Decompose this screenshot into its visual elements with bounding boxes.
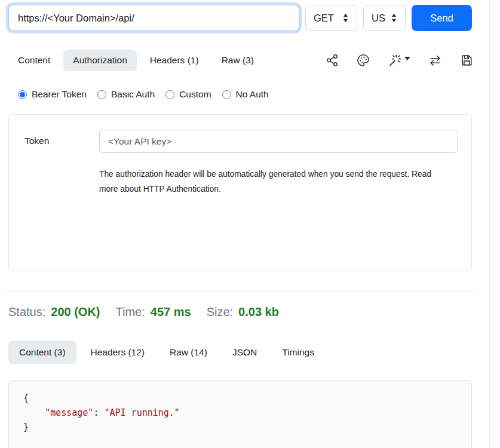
- location-select-value: US: [372, 13, 385, 24]
- status-value: 200 (OK): [51, 305, 100, 319]
- tab-raw[interactable]: Raw (3): [212, 50, 263, 71]
- auth-help-text: The authorization header will be automat…: [99, 167, 449, 197]
- auth-option-label: No Auth: [236, 89, 269, 100]
- time-value: 457 ms: [151, 305, 191, 319]
- tab-response-json[interactable]: JSON: [222, 340, 268, 364]
- location-select[interactable]: US: [363, 5, 406, 31]
- token-panel: Token The authorization header will be a…: [8, 114, 472, 271]
- auth-option-label: Custom: [179, 89, 211, 100]
- tab-content[interactable]: Content: [8, 50, 60, 71]
- json-open-brace: {: [23, 392, 29, 403]
- share-icon[interactable]: [326, 54, 339, 67]
- chevron-down-icon: [404, 57, 410, 60]
- tab-authorization[interactable]: Authorization: [63, 50, 136, 71]
- palette-icon[interactable]: [357, 54, 370, 67]
- status-pair: Status: 200 (OK): [8, 305, 100, 319]
- send-button[interactable]: Send: [412, 5, 472, 31]
- tab-response-raw[interactable]: Raw (14): [159, 340, 218, 364]
- select-updown-icon: [342, 13, 349, 23]
- auth-option-no-auth[interactable]: No Auth: [222, 89, 269, 100]
- auth-option-bearer[interactable]: Bearer Token: [18, 89, 87, 100]
- select-updown-icon: [391, 13, 397, 23]
- size-value: 0.03 kb: [238, 305, 279, 319]
- token-label: Token: [24, 130, 99, 271]
- json-indent: [23, 407, 45, 418]
- radio-bearer-token[interactable]: [18, 90, 27, 99]
- tab-response-content[interactable]: Content (3): [8, 340, 76, 364]
- token-panel-main: The authorization header will be automat…: [99, 130, 458, 271]
- response-status-bar: Status: 200 (OK) Time: 457 ms Size: 0.03…: [8, 305, 500, 319]
- swap-arrows-icon[interactable]: [428, 54, 442, 67]
- radio-no-auth[interactable]: [222, 90, 231, 99]
- tab-headers[interactable]: Headers (1): [140, 50, 208, 71]
- response-tabs: Content (3) Headers (12) Raw (14) JSON T…: [8, 340, 480, 364]
- token-input[interactable]: [99, 130, 458, 153]
- section-divider: [6, 291, 478, 292]
- radio-custom[interactable]: [165, 90, 174, 99]
- api-tester-page: GET US Send Content Authorization Header…: [0, 0, 500, 448]
- json-separator: :: [93, 407, 104, 418]
- response-body: { "message": "API running." }: [8, 380, 472, 448]
- auth-type-options: Bearer Token Basic Auth Custom No Auth: [18, 89, 500, 100]
- time-pair: Time: 457 ms: [116, 305, 191, 319]
- auth-option-basic[interactable]: Basic Auth: [97, 89, 155, 100]
- auth-option-label: Bearer Token: [32, 89, 87, 100]
- json-key: "message": [45, 407, 93, 418]
- tab-response-timings[interactable]: Timings: [271, 340, 325, 364]
- request-bar: GET US Send: [8, 5, 472, 31]
- tab-response-headers[interactable]: Headers (12): [80, 340, 155, 364]
- size-pair: Size: 0.03 kb: [207, 305, 279, 319]
- size-label: Size:: [207, 305, 233, 319]
- method-select-value: GET: [314, 13, 334, 24]
- time-label: Time:: [116, 305, 145, 319]
- json-value: "API running.": [104, 407, 179, 418]
- magic-wand-dropdown-icon[interactable]: [388, 54, 410, 67]
- auth-option-label: Basic Auth: [111, 89, 155, 100]
- radio-basic-auth[interactable]: [97, 90, 106, 99]
- url-input[interactable]: [8, 5, 299, 31]
- auth-option-custom[interactable]: Custom: [165, 89, 211, 100]
- method-select[interactable]: GET: [305, 5, 357, 31]
- toolbar: [326, 54, 480, 67]
- json-close-brace: }: [23, 422, 29, 432]
- status-label: Status:: [8, 305, 45, 319]
- save-icon[interactable]: [460, 54, 473, 67]
- request-tabs: Content Authorization Headers (1) Raw (3…: [8, 50, 480, 71]
- page-right-border: [489, 0, 490, 448]
